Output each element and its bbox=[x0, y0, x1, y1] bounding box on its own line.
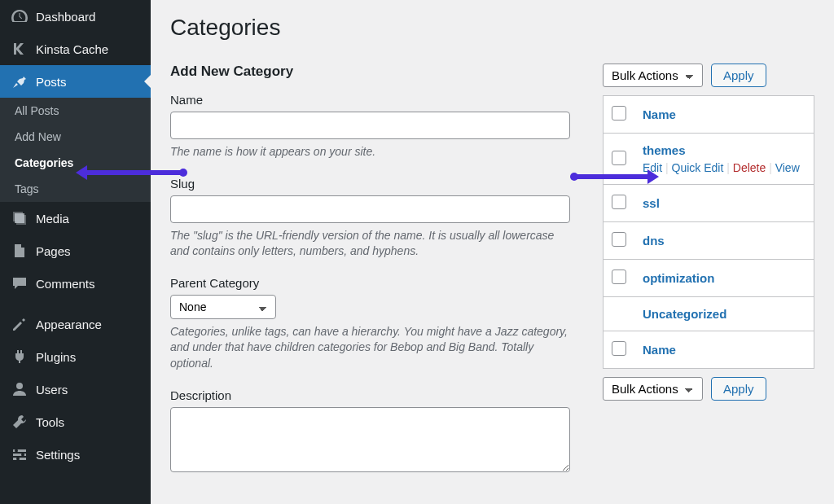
name-label: Name bbox=[170, 93, 570, 107]
tablenav-bottom: Bulk Actions Apply bbox=[603, 377, 814, 401]
description-label: Description bbox=[170, 388, 570, 402]
row-checkbox[interactable] bbox=[612, 195, 626, 209]
row-checkbox[interactable] bbox=[612, 151, 626, 165]
svg-point-6 bbox=[16, 458, 20, 461]
row-actions: Edit | Quick Edit | Delete | View bbox=[643, 161, 805, 174]
form-heading: Add New Category bbox=[170, 64, 570, 80]
posts-submenu: All Posts Add New Categories Tags bbox=[0, 98, 151, 202]
annotation-arrow-left bbox=[87, 170, 183, 175]
page-title: Categories bbox=[170, 15, 814, 41]
sidebar-item-appearance[interactable]: Appearance bbox=[0, 308, 151, 340]
parent-label: Parent Category bbox=[170, 276, 570, 290]
pages-icon bbox=[11, 243, 31, 259]
dashboard-icon bbox=[11, 8, 31, 24]
categories-table: Name themes Edit | Quick Edit | Delete | bbox=[603, 95, 814, 369]
name-input[interactable] bbox=[170, 112, 570, 139]
sidebar-item-label: Dashboard bbox=[36, 10, 95, 24]
category-link-optimization[interactable]: optimization bbox=[643, 271, 714, 285]
name-desc: The name is how it appears on your site. bbox=[170, 144, 570, 160]
row-checkbox[interactable] bbox=[612, 270, 626, 284]
sidebar-item-comments[interactable]: Comments bbox=[0, 267, 151, 300]
description-textarea[interactable] bbox=[170, 407, 570, 472]
pin-icon bbox=[11, 73, 31, 90]
appearance-icon bbox=[11, 316, 31, 332]
sidebar-item-settings[interactable]: Settings bbox=[0, 438, 151, 471]
sidebar-item-label: Tools bbox=[36, 415, 64, 429]
sidebar-item-label: Posts bbox=[36, 75, 67, 89]
name-column-header[interactable]: Name bbox=[643, 107, 676, 121]
svg-point-5 bbox=[21, 454, 24, 457]
sidebar-item-label: Appearance bbox=[36, 318, 102, 331]
annotation-arrow-right bbox=[574, 174, 647, 179]
table-row: ssl bbox=[604, 185, 814, 222]
category-link-dns[interactable]: dns bbox=[643, 234, 665, 248]
comments-icon bbox=[11, 275, 31, 291]
media-icon bbox=[11, 210, 31, 226]
sidebar-item-users[interactable]: Users bbox=[0, 373, 151, 405]
slug-input[interactable] bbox=[170, 195, 570, 223]
category-link-ssl[interactable]: ssl bbox=[643, 196, 660, 210]
sidebar-item-kinsta-cache[interactable]: Kinsta Cache bbox=[0, 33, 151, 65]
users-icon bbox=[11, 381, 31, 397]
name-column-footer[interactable]: Name bbox=[643, 343, 676, 357]
submenu-item-all-posts[interactable]: All Posts bbox=[0, 98, 151, 124]
bulk-actions-select-top[interactable]: Bulk Actions bbox=[603, 64, 703, 87]
quick-edit-link[interactable]: Quick Edit bbox=[672, 161, 724, 174]
settings-icon bbox=[11, 446, 31, 462]
row-checkbox[interactable] bbox=[612, 232, 626, 247]
sidebar-item-label: Comments bbox=[36, 277, 95, 291]
kinsta-icon bbox=[11, 41, 31, 57]
sidebar-item-label: Users bbox=[36, 383, 68, 397]
table-row: Uncategorized bbox=[604, 297, 814, 331]
apply-button-top[interactable]: Apply bbox=[711, 64, 766, 87]
view-link[interactable]: View bbox=[775, 161, 800, 174]
delete-link[interactable]: Delete bbox=[733, 161, 766, 174]
select-all-bottom-checkbox[interactable] bbox=[612, 341, 626, 356]
sidebar-item-label: Pages bbox=[36, 244, 71, 258]
svg-point-0 bbox=[16, 383, 23, 389]
plugins-icon bbox=[11, 348, 31, 365]
sidebar-item-label: Settings bbox=[36, 448, 80, 462]
apply-button-bottom[interactable]: Apply bbox=[711, 377, 766, 401]
category-link-themes[interactable]: themes bbox=[643, 143, 686, 157]
sidebar-item-label: Kinsta Cache bbox=[36, 42, 108, 56]
parent-desc: Categories, unlike tags, can have a hier… bbox=[170, 324, 570, 372]
submenu-item-add-new[interactable]: Add New bbox=[0, 124, 151, 150]
svg-point-4 bbox=[15, 449, 18, 453]
sidebar-item-label: Media bbox=[36, 212, 69, 226]
sidebar-item-pages[interactable]: Pages bbox=[0, 234, 151, 267]
tools-icon bbox=[11, 414, 31, 430]
main-content: Categories Add New Category Name The nam… bbox=[151, 0, 834, 504]
category-link-uncategorized[interactable]: Uncategorized bbox=[643, 307, 726, 321]
table-row: dns bbox=[604, 222, 814, 260]
sidebar-item-posts[interactable]: Posts bbox=[0, 65, 151, 98]
admin-sidebar: Dashboard Kinsta Cache Posts All Posts A… bbox=[0, 0, 151, 504]
table-row: optimization bbox=[604, 260, 814, 297]
sidebar-item-plugins[interactable]: Plugins bbox=[0, 340, 151, 373]
sidebar-item-tools[interactable]: Tools bbox=[0, 405, 151, 438]
sidebar-item-label: Plugins bbox=[36, 350, 76, 364]
bulk-actions-select-bottom[interactable]: Bulk Actions bbox=[603, 377, 703, 401]
sidebar-item-dashboard[interactable]: Dashboard bbox=[0, 0, 151, 33]
slug-label: Slug bbox=[170, 177, 570, 191]
sidebar-item-media[interactable]: Media bbox=[0, 202, 151, 234]
tablenav-top: Bulk Actions Apply bbox=[603, 64, 814, 87]
select-all-top-checkbox[interactable] bbox=[612, 106, 626, 121]
slug-desc: The "slug" is the URL-friendly version o… bbox=[170, 228, 570, 260]
add-category-form: Add New Category Name The name is how it… bbox=[170, 64, 570, 491]
categories-list-panel: Bulk Actions Apply Name themes bbox=[603, 64, 814, 491]
parent-select[interactable]: None bbox=[170, 295, 276, 319]
